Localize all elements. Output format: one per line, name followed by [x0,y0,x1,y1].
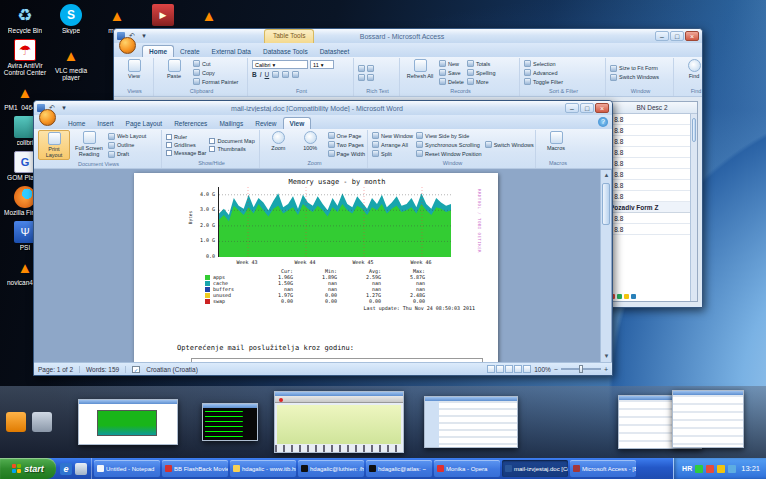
taskbar-button[interactable]: mail-izvjestaj.doc [Co... [502,460,568,477]
tab-page-layout[interactable]: Page Layout [120,118,169,129]
qat-dropdown-icon[interactable]: ▾ [59,103,69,113]
totals-button[interactable]: Totals [467,60,496,67]
paste-button[interactable]: Paste [158,58,190,87]
view-mode-buttons[interactable] [487,365,531,373]
thumbnail-flashback-player[interactable] [274,391,404,453]
nav-icon-blue[interactable] [631,294,636,299]
thumbnail-browser[interactable] [424,396,518,448]
copy-button[interactable]: Copy [193,69,238,76]
scroll-up-icon[interactable]: ▲ [601,170,612,181]
delete-record-button[interactable]: Delete [439,78,464,85]
draft-button[interactable]: Draft [108,151,146,158]
bold-button[interactable]: B [252,71,257,78]
synchronous-scrolling-button[interactable]: Synchronous Scrolling [416,141,482,148]
zoom-in-button[interactable]: + [604,366,608,373]
document-map-checkbox[interactable]: Document Map [209,138,254,144]
tray-icon-blue[interactable] [728,465,736,473]
table-row[interactable]: l 8.8 [607,125,697,136]
new-record-button[interactable]: New [439,60,464,67]
full-screen-reading-button[interactable]: Full Screen Reading [73,130,105,160]
switch-windows-button[interactable]: Switch Windows▾ [485,141,536,148]
save-record-button[interactable]: Save [439,69,464,76]
outline-view-icon[interactable] [514,365,522,373]
thumbnail-word-chart[interactable] [78,399,178,445]
table-row[interactable]: l 8.8 [607,158,697,169]
tray-icon-red[interactable] [706,465,714,473]
tab-mailings[interactable]: Mailings [213,118,249,129]
word-close-button[interactable]: × [595,103,609,113]
scrollbar-thumb[interactable] [692,118,696,142]
taskbar-button[interactable]: hdagalic - www.itb.hr... [230,460,296,477]
tab-home[interactable]: Home [62,118,91,129]
font-name-select[interactable]: Calibri▾ [252,60,308,69]
tray-icon-green[interactable] [695,465,703,473]
full-screen-view-icon[interactable] [496,365,504,373]
language-indicator[interactable]: Croatian (Croatia) [146,366,204,373]
table-row[interactable]: l 8.8 [607,114,697,125]
new-window-button[interactable]: New Window [372,132,413,139]
record-navigation-icons[interactable] [610,294,636,299]
table-row[interactable]: l 8.8 [607,213,697,224]
tray-icon-yellow[interactable] [717,465,725,473]
desktop-icon-avira-antivir-control-center[interactable]: ☂Avira AntiVir Control Center [2,39,48,76]
table-row[interactable]: l 8.8 [607,169,697,180]
spelling-button[interactable]: Spelling [467,69,496,76]
nav-icon-green[interactable] [617,294,622,299]
tab-external-data[interactable]: External Data [206,46,257,57]
qat-dropd own-icon[interactable]: ▾ [139,31,149,41]
zoom-slider[interactable] [561,368,601,370]
font-size-select[interactable]: 11▾ [310,60,334,69]
desktop-icon-vlc-media-player[interactable]: ▲VLC media player [48,44,94,81]
scroll-down-icon[interactable]: ▼ [601,351,612,362]
switcher-launcher-icon[interactable] [6,412,26,432]
toggle-filter-button[interactable]: Toggle Filter [524,78,563,85]
reset-window-position-button[interactable]: Reset Window Position [416,150,482,157]
table-row[interactable]: l 8.8 [607,191,697,202]
internet-explorer-icon[interactable]: e [60,463,72,475]
word-minimize-button[interactable]: – [565,103,579,113]
align-left-icon[interactable] [282,71,289,78]
office-button[interactable] [119,37,136,54]
tab-home[interactable]: Home [142,45,174,57]
macros-button[interactable]: Macros [540,130,572,159]
align-center-icon[interactable] [292,71,299,78]
tab-references[interactable]: References [168,118,213,129]
taskbar-button[interactable]: hdagalic@luthien: /ho... [298,460,364,477]
spellcheck-icon[interactable]: ✓ [132,366,140,373]
taskbar-button[interactable]: Untitled - Notepad [94,460,160,477]
start-button[interactable]: start [0,458,56,479]
highlight-icon[interactable] [367,74,374,81]
taskbar-button[interactable]: Microsoft Access - [B... [570,460,636,477]
access-close-button[interactable]: × [685,31,699,41]
find-button[interactable]: Find [678,58,702,87]
clock[interactable]: 13:21 [741,464,760,473]
more-button[interactable]: More [467,78,496,85]
desktop-icon-skype[interactable]: SSkype [48,4,94,41]
document-scrollbar[interactable]: ▲ ▼ [600,170,611,362]
datasheet-form-label[interactable]: Pozadiv Form Z [607,202,697,213]
underline-button[interactable]: U [265,71,270,78]
word-restore-button[interactable]: □ [580,103,594,113]
zoom-out-button[interactable]: − [554,366,558,373]
table-row[interactable]: l 8.8 [607,136,697,147]
draft-view-icon[interactable] [523,365,531,373]
help-icon[interactable]: ? [598,117,608,127]
print-layout-button[interactable]: Print Layout [38,130,70,160]
tab-create[interactable]: Create [174,46,206,57]
taskbar-button[interactable]: hdagalic@atlas: ~ [366,460,432,477]
zoom-100-button[interactable]: 100% [296,130,325,159]
font-color-icon[interactable] [272,71,279,78]
access-titlebar[interactable]: ↶ ▾ Table Tools Bossard - Microsoft Acce… [114,29,702,43]
outline-button[interactable]: Outline [108,142,146,149]
tab-datasheet[interactable]: Datasheet [314,46,356,57]
web-layout-view-icon[interactable] [505,365,513,373]
tab-review[interactable]: Review [249,118,282,129]
italic-button[interactable]: I [260,71,262,78]
bullets-icon[interactable] [358,65,365,72]
nav-icon-yellow[interactable] [624,294,629,299]
two-pages-button[interactable]: Two Pages [328,141,365,148]
page-indicator[interactable]: Page: 1 of 2 [38,366,80,373]
language-indicator[interactable]: HR [682,465,692,472]
gridlines-checkbox[interactable]: Gridlines [166,142,206,148]
datasheet-column-header[interactable]: BN Desc 2 [607,102,697,114]
